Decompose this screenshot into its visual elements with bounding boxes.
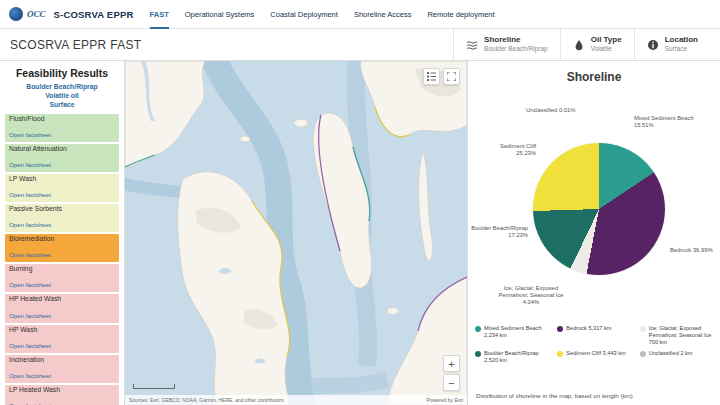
treatment-row-lp-wash: LP Wash Open factsheet — [5, 174, 119, 202]
treatment-row-lp-heated-wash: LP Heated Wash Open factsheet — [5, 385, 119, 405]
treatment-row-natural-attenuation: Natural Attenuation Open factsheet — [5, 144, 119, 172]
pie-label-mixed-sediment-beach: Mixed Sediment Beach 15.51% — [634, 115, 694, 129]
legend-icon — [427, 72, 436, 81]
powered-by-esri: Powered by Esri — [427, 397, 463, 403]
zoom-controls: + − — [443, 355, 460, 391]
open-factsheet-link[interactable]: Open factsheet — [9, 342, 51, 349]
pie-label-boulder-beach-riprap: Boulder Beach/Riprap 17.23% — [468, 225, 528, 239]
legend-dot — [475, 351, 481, 357]
tab-remote-deployment[interactable]: Remote deployment — [427, 0, 494, 29]
map-expand-button[interactable] — [443, 68, 460, 85]
oil-type-value: Volatile — [591, 45, 622, 53]
open-factsheet-link[interactable]: Open factsheet — [9, 251, 51, 258]
selection-text: Boulder Beach/Riprap Volatile oil Surfac… — [3, 82, 121, 110]
map-panel: + − Sources: Esri, GEBCO, NOAA, Garmin, … — [125, 61, 467, 405]
pie-legend: Mixed Sediment Beach 2,234 km Bedrock 5,… — [475, 325, 715, 364]
location-selector[interactable]: Location Surface — [634, 29, 710, 60]
open-factsheet-link[interactable]: Open factsheet — [9, 161, 51, 168]
shoreline-chart-title: Shoreline — [468, 70, 720, 84]
page-header: SCOSRVA EPPR FAST Shoreline Boulder Beac… — [0, 29, 720, 61]
droplet-icon — [573, 39, 585, 51]
feasibility-results-title: Feasibility Results — [3, 67, 121, 79]
selection-oil: Volatile oil — [3, 91, 121, 100]
selection-location: Surface — [3, 100, 121, 109]
open-factsheet-link[interactable]: Open factsheet — [9, 312, 51, 319]
pie-legend-item-unclassified: Unclassified 2 km — [640, 350, 715, 364]
map-canvas[interactable] — [125, 61, 467, 405]
tab-coastal-deployment[interactable]: Coastal Deployment — [270, 0, 338, 29]
pie-legend-item-boulder-beach-riprap: Boulder Beach/Riprap 2,520 km — [475, 350, 550, 364]
shoreline-chart-panel: Shoreline Unclassified 0.01% Mixed Sedim… — [467, 61, 720, 405]
chart-caption: Distribution of shoreline in the map, ba… — [476, 392, 633, 399]
location-value: Surface — [665, 45, 698, 53]
tab-shoreline-access[interactable]: Shoreline Access — [354, 0, 412, 29]
legend-dot — [557, 326, 563, 332]
legend-dot — [640, 351, 646, 357]
shoreline-selector[interactable]: Shoreline Boulder Beach/Riprap — [453, 29, 560, 60]
pie-legend-item-sediment-cliff: Sediment Cliff 3,443 km — [557, 350, 632, 364]
feasibility-sidebar: Feasibility Results Boulder Beach/Riprap… — [0, 61, 125, 405]
pie-legend-item-bedrock: Bedrock 5,317 km — [557, 325, 632, 346]
selection-shoreline: Boulder Beach/Riprap — [3, 82, 121, 91]
tab-fast[interactable]: FAST — [150, 0, 169, 29]
legend-dot — [475, 326, 481, 332]
selection-summary: Shoreline Boulder Beach/Riprap Oil Type … — [453, 29, 710, 60]
pie-legend-item-mixed-sediment-beach: Mixed Sediment Beach 2,234 km — [475, 325, 550, 346]
pie-legend-item-ice-glacial: Ice; Glacial; Exposed Permafrost; Season… — [640, 325, 715, 346]
tab-operational-systems[interactable]: Operational Systems — [185, 0, 255, 29]
map-toolbar — [423, 68, 460, 85]
occ-logo-text: OCC — [27, 9, 46, 19]
location-label: Location — [665, 35, 698, 45]
pie-label-bedrock: Bedrock 36.99% — [670, 247, 716, 254]
map-scale-bar — [133, 384, 175, 389]
treatment-row-flush-flood: Flush/Flood Open factsheet — [5, 114, 119, 142]
top-navigation-bar: OCC S-COSRVA EPPR FAST Operational Syste… — [0, 0, 720, 29]
pie-label-sediment-cliff: Sediment Cliff 25.23% — [480, 143, 536, 157]
oil-type-selector[interactable]: Oil Type Volatile — [560, 29, 634, 60]
shoreline-label: Shoreline — [484, 35, 548, 45]
shoreline-value: Boulder Beach/Riprap — [484, 45, 548, 53]
treatment-row-passive-sorbents: Passive Sorbents Open factsheet — [5, 204, 119, 232]
pie-label-ice-glacial: Ice; Glacial; Exposed Permafrost; Season… — [498, 285, 564, 307]
zoom-in-button[interactable]: + — [443, 355, 460, 372]
open-factsheet-link[interactable]: Open factsheet — [9, 131, 51, 138]
app-title: S-COSRVA EPPR — [54, 9, 134, 20]
treatment-row-hp-heated-wash: HP Heated Wash Open factsheet — [5, 294, 119, 322]
nav-tabs: FAST Operational Systems Coastal Deploym… — [150, 0, 495, 29]
attribution-text: Sources: Esri, GEBCO, NOAA, Garmin, HERE… — [129, 397, 284, 403]
legend-dot — [557, 351, 563, 357]
open-factsheet-link[interactable]: Open factsheet — [9, 372, 51, 379]
page-title: SCOSRVA EPPR FAST — [10, 38, 141, 52]
shoreline-icon — [466, 39, 478, 51]
map-legend-button[interactable] — [423, 68, 440, 85]
eppr-logo-icon — [9, 7, 23, 21]
treatment-row-hp-wash: HP Wash Open factsheet — [5, 325, 119, 353]
treatment-row-incineration: Incineration Open factsheet — [5, 355, 119, 383]
map-attribution: Sources: Esri, GEBCO, NOAA, Garmin, HERE… — [125, 395, 467, 405]
open-factsheet-link[interactable]: Open factsheet — [9, 191, 51, 198]
expand-icon — [447, 72, 456, 81]
shoreline-pie[interactable] — [533, 143, 665, 275]
legend-dot — [640, 326, 646, 332]
zoom-out-button[interactable]: − — [443, 374, 460, 391]
treatment-row-burning: Burning Open factsheet — [5, 264, 119, 292]
open-factsheet-link[interactable]: Open factsheet — [9, 281, 51, 288]
open-factsheet-link[interactable]: Open factsheet — [9, 221, 51, 228]
info-icon — [647, 39, 659, 51]
treatment-row-bioremediation: Bioremediation Open factsheet — [5, 234, 119, 262]
oil-type-label: Oil Type — [591, 35, 622, 45]
pie-label-unclassified: Unclassified 0.01% — [526, 107, 590, 114]
